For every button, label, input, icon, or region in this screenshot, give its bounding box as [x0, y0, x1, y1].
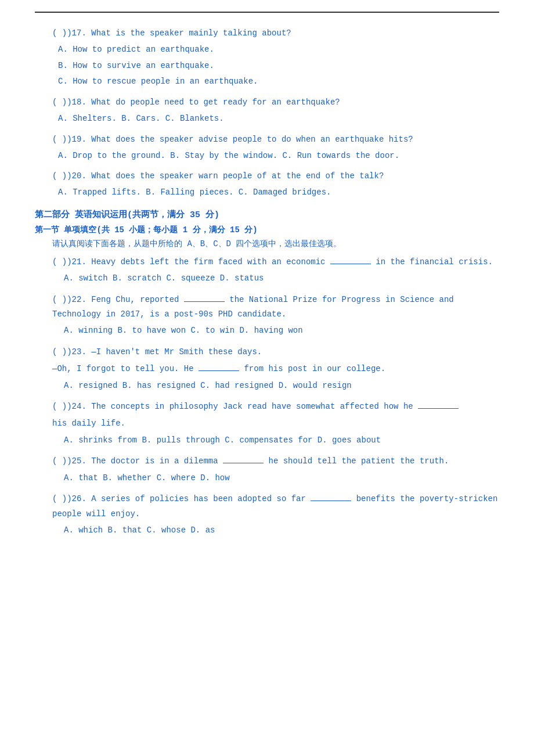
question-24: ( ))24. The concepts in philosophy Jack …: [35, 399, 499, 447]
q25-blank: [223, 463, 264, 463]
q24-line2: his daily life.: [35, 416, 499, 431]
q19-text: ( ))19. What does the speaker advise peo…: [52, 133, 499, 147]
q22-paren: ( ): [52, 295, 67, 304]
question-26: ( ))26. A series of policies has been ad…: [35, 492, 499, 537]
q17-text: ( ))17. What is the speaker mainly talki…: [52, 27, 499, 41]
q19-options: A. Drop to the ground. B. Stay by the wi…: [52, 149, 499, 163]
question-22: ( ))22. Feng Chu, reported the National …: [35, 293, 499, 338]
q23-paren: ( ): [52, 347, 67, 357]
q17-optionB: B. How to survive an earthquake.: [52, 59, 499, 73]
question-19: ( ))19. What does the speaker advise peo…: [35, 133, 499, 163]
q22-line: ( ))22. Feng Chu, reported the National …: [35, 293, 499, 322]
page: ( ))17. What is the speaker mainly talki…: [0, 0, 534, 568]
q24-options: A. shrinks from B. pulls through C. comp…: [35, 434, 499, 448]
q23-options: A. resigned B. has resigned C. had resig…: [35, 379, 499, 393]
q20-paren: ( ): [52, 171, 67, 181]
section2-instruction: 请认真阅读下面各题，从题中所给的 A、B、C、D 四个选项中，选出最佳选项。: [35, 239, 499, 249]
q24-line: ( ))24. The concepts in philosophy Jack …: [35, 399, 499, 414]
q17-optionA: A. How to predict an earthquake.: [52, 43, 499, 57]
q22-options: A. winning B. to have won C. to win D. h…: [35, 324, 499, 338]
q19-paren: ( ): [52, 135, 67, 144]
q26-paren: ( ): [52, 494, 67, 503]
question-17: ( ))17. What is the speaker mainly talki…: [35, 27, 499, 89]
section2-sub-title: 第一节 单项填空(共 15 小题；每小题 1 分，满分 15 分): [35, 225, 499, 235]
q21-paren: ( ): [52, 257, 67, 267]
q17-paren: ( ): [52, 28, 67, 38]
q20-options: A. Trapped lifts. B. Falling pieces. C. …: [52, 186, 499, 200]
q21-blank: [330, 264, 371, 264]
q24-paren: ( ): [52, 402, 67, 411]
top-border: [35, 12, 499, 13]
q20-text: ( ))20. What does the speaker warn peopl…: [52, 170, 499, 183]
question-23: ( ))23. —I haven't met Mr Smith these da…: [35, 345, 499, 393]
q26-blank: [311, 501, 351, 501]
q18-text: ( ))18. What do people need to get ready…: [52, 96, 499, 110]
q24-blank: [418, 408, 459, 409]
question-20: ( ))20. What does the speaker warn peopl…: [35, 170, 499, 200]
q21-options: A. switch B. scratch C. squeeze D. statu…: [35, 272, 499, 286]
question-25: ( ))25. The doctor is in a dilemma he sh…: [35, 454, 499, 485]
q26-line: ( ))26. A series of policies has been ad…: [35, 492, 499, 521]
question-21: ( ))21. Heavy debts left the firm faced …: [35, 255, 499, 286]
q25-paren: ( ): [52, 456, 67, 466]
q22-blank: [184, 301, 225, 302]
q18-paren: ( ): [52, 98, 67, 107]
q18-options: A. Shelters. B. Cars. C. Blankets.: [52, 112, 499, 126]
q17-optionC: C. How to rescue people in an earthquake…: [52, 75, 499, 89]
section2-title: 第二部分 英语知识运用(共两节，满分 35 分): [35, 209, 499, 220]
q26-options: A. which B. that C. whose D. as: [35, 524, 499, 538]
q21-line: ( ))21. Heavy debts left the firm faced …: [35, 255, 499, 269]
q23-line2: —Oh, I forgot to tell you. He from his p…: [35, 362, 499, 376]
q23-line1: ( ))23. —I haven't met Mr Smith these da…: [35, 345, 499, 359]
q23-blank: [199, 370, 239, 371]
question-18: ( ))18. What do people need to get ready…: [35, 96, 499, 126]
q25-line: ( ))25. The doctor is in a dilemma he sh…: [35, 454, 499, 469]
q25-options: A. that B. whether C. where D. how: [35, 471, 499, 485]
